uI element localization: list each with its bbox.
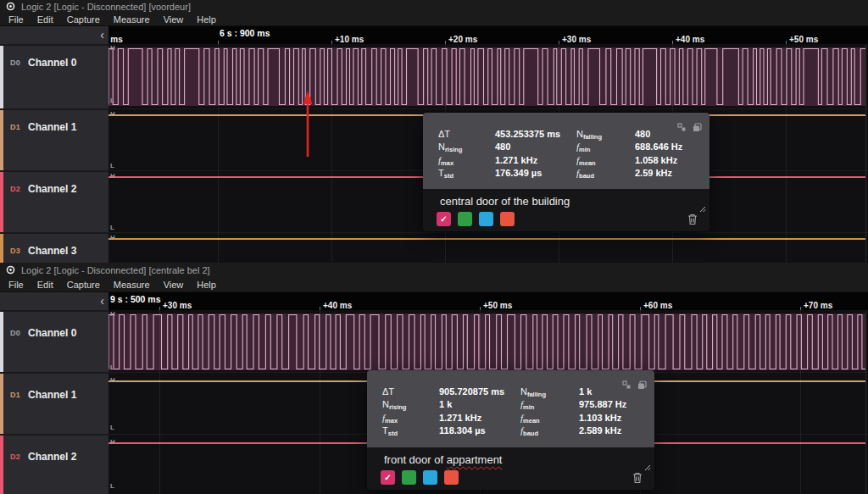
color-swatch-1[interactable] bbox=[458, 212, 472, 226]
timeline-gridline bbox=[800, 310, 801, 494]
channel-id-label: D3 bbox=[10, 247, 20, 255]
ruler-tick-mark bbox=[445, 41, 446, 44]
ruler-tick-mark bbox=[331, 41, 332, 44]
metric-label: ΔT bbox=[438, 129, 495, 139]
channel-row-d2[interactable]: D2Channel 2 bbox=[0, 434, 108, 494]
metric-value: 688.646 Hz bbox=[635, 142, 682, 152]
metric-value: 1 k bbox=[439, 399, 504, 409]
menu-item-view[interactable]: View bbox=[157, 14, 191, 25]
measurement-panel[interactable]: ΔT453.253375 msNrising480fmax1.271 kHzTs… bbox=[423, 113, 709, 231]
window-titlebar[interactable]: Logic 2 [Logic - Disconnected] [centrale… bbox=[0, 263, 868, 277]
color-swatch-2[interactable] bbox=[423, 470, 437, 485]
channel-name-label: Channel 2 bbox=[28, 183, 76, 195]
metric-label: Nrising bbox=[382, 399, 439, 409]
menu-item-view[interactable]: View bbox=[157, 280, 191, 290]
logic2-app-icon bbox=[6, 0, 15, 14]
menu-item-file[interactable]: File bbox=[2, 280, 31, 290]
window-titlebar[interactable]: Logic 2 [Logic - Disconnected] [voordeur… bbox=[0, 0, 868, 14]
color-swatch-0[interactable]: ✓ bbox=[437, 212, 451, 226]
metrics-column: Nfalling480fmin688.646 Hzfmean1.058 kHzf… bbox=[576, 127, 682, 180]
color-swatch-3[interactable] bbox=[444, 470, 459, 485]
group-measurement-icon[interactable] bbox=[622, 378, 632, 393]
metric-value: 1.103 kHz bbox=[579, 413, 626, 423]
channel-row-d3[interactable]: D3Channel 3 bbox=[0, 232, 108, 263]
metric-label: fmean bbox=[576, 155, 635, 165]
ruler-tick-mark bbox=[800, 307, 801, 310]
metric-value: 453.253375 ms bbox=[495, 129, 560, 139]
level-low-marker: L bbox=[110, 364, 114, 371]
color-swatch-1[interactable] bbox=[402, 470, 416, 485]
menu-item-help[interactable]: Help bbox=[190, 280, 223, 290]
check-icon: ✓ bbox=[384, 473, 391, 482]
channel-name-label: Channel 3 bbox=[28, 245, 76, 257]
channel-row-d2[interactable]: D2Channel 2 bbox=[0, 170, 108, 232]
collapse-sidebar-icon[interactable]: ‹ bbox=[100, 295, 104, 307]
menu-item-edit[interactable]: Edit bbox=[31, 280, 60, 290]
metric-label: Tstd bbox=[382, 425, 439, 436]
color-swatch-0[interactable]: ✓ bbox=[381, 470, 395, 485]
channel-row-d0[interactable]: D0Channel 0 bbox=[0, 310, 108, 372]
channel-color-strip bbox=[0, 46, 3, 108]
metric-label: Nrising bbox=[438, 142, 495, 152]
collapse-sidebar-icon[interactable]: ‹ bbox=[100, 29, 104, 41]
color-swatch-3[interactable] bbox=[500, 212, 515, 226]
ruler-tick-mark bbox=[480, 307, 481, 310]
channel-row-separator bbox=[108, 108, 868, 109]
measurement-note-text[interactable]: front door of appartment bbox=[384, 453, 502, 466]
right-edge-divider bbox=[865, 310, 866, 494]
metric-label: fbaud bbox=[520, 425, 579, 436]
channel-row-d1[interactable]: D1Channel 1 bbox=[0, 108, 108, 170]
resize-handle-icon[interactable] bbox=[699, 201, 706, 216]
timeline-gridline bbox=[320, 310, 320, 494]
level-high-marker: H bbox=[110, 111, 115, 118]
copy-measurement-icon[interactable] bbox=[693, 120, 702, 136]
metric-value: 480 bbox=[635, 129, 682, 139]
channel-color-strip bbox=[0, 312, 3, 372]
timeline-ruler[interactable] bbox=[0, 26, 868, 44]
menu-item-help[interactable]: Help bbox=[190, 14, 223, 25]
level-high-marker: H bbox=[110, 45, 115, 52]
level-high-marker: H bbox=[110, 173, 115, 180]
copy-measurement-icon[interactable] bbox=[637, 378, 647, 393]
logic2-window-centrale-bel: Logic 2 [Logic - Disconnected] [centrale… bbox=[0, 263, 868, 494]
ruler-tick-mark bbox=[559, 41, 559, 44]
metric-value: 1.058 kHz bbox=[635, 155, 682, 165]
ruler-major-label: 6 s : 900 ms bbox=[220, 28, 270, 38]
ruler-tick-label: +30 ms bbox=[163, 301, 192, 310]
resize-handle-icon[interactable] bbox=[644, 459, 651, 475]
group-measurement-icon[interactable] bbox=[677, 120, 687, 136]
delete-measurement-icon[interactable] bbox=[632, 472, 643, 487]
level-high-marker: H bbox=[110, 235, 115, 241]
menu-item-file[interactable]: File bbox=[2, 14, 31, 25]
channel-row-d1[interactable]: D1Channel 1 bbox=[0, 372, 108, 434]
ruler-tick-mark bbox=[218, 41, 219, 44]
level-low-marker: L bbox=[110, 425, 114, 431]
menu-item-capture[interactable]: Capture bbox=[60, 280, 107, 290]
signal-high-line-d3 bbox=[108, 238, 865, 240]
color-swatch-2[interactable] bbox=[479, 212, 493, 226]
measurement-note-text[interactable]: central door of the building bbox=[440, 195, 570, 208]
menu-item-measure[interactable]: Measure bbox=[107, 280, 157, 290]
channel-color-strip bbox=[0, 110, 3, 170]
logic2-window-voordeur: Logic 2 [Logic - Disconnected] [voordeur… bbox=[0, 0, 868, 263]
delete-measurement-icon[interactable] bbox=[687, 214, 698, 229]
channel-color-strip bbox=[0, 374, 3, 434]
channel-name-label: Channel 2 bbox=[28, 451, 76, 463]
menu-item-capture[interactable]: Capture bbox=[60, 14, 107, 25]
sidebar-corner: ‹ bbox=[0, 292, 108, 310]
menu-item-edit[interactable]: Edit bbox=[31, 14, 60, 25]
menu-item-measure[interactable]: Measure bbox=[107, 14, 157, 25]
timeline-gridline bbox=[159, 310, 160, 494]
channel-name-label: Channel 1 bbox=[28, 121, 76, 133]
ruler-tick-label: +10 ms bbox=[335, 35, 364, 44]
channel-id-label: D1 bbox=[10, 123, 20, 131]
measurement-panel[interactable]: ΔT905.720875 msNrising1 kfmax1.271 kHzTs… bbox=[367, 370, 654, 490]
channel-row-d0[interactable]: D0Channel 0 bbox=[0, 44, 108, 108]
panel-actions bbox=[622, 378, 647, 393]
right-edge-divider bbox=[865, 44, 866, 263]
metric-label: fmean bbox=[520, 413, 579, 423]
ruler-tick-mark bbox=[640, 307, 641, 310]
metric-label: Nfalling bbox=[576, 129, 635, 139]
measurement-note-section: front door of appartment✓ bbox=[367, 447, 654, 490]
channel-color-strip bbox=[0, 172, 3, 232]
